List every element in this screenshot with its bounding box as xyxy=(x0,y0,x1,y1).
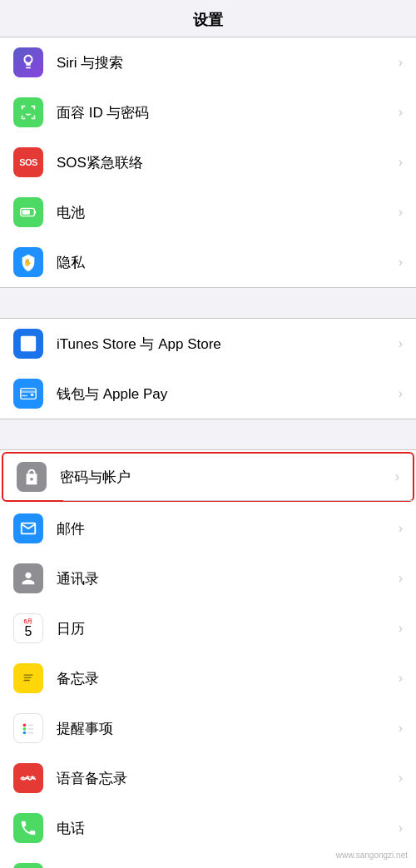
battery-label: 电池 xyxy=(57,203,392,222)
chevron-icon: › xyxy=(399,255,403,270)
svg-point-13 xyxy=(23,727,27,731)
sos-icon: SOS xyxy=(13,147,43,177)
settings-item-privacy[interactable]: ✋ 隐私 › xyxy=(0,237,416,287)
contacts-icon xyxy=(13,563,43,593)
settings-item-reminders[interactable]: 提醒事项 › xyxy=(0,703,416,753)
settings-item-siri[interactable]: Siri 与搜索 › xyxy=(0,37,416,87)
calendar-label: 日历 xyxy=(57,619,392,638)
section-gap-2 xyxy=(0,419,416,449)
chevron-icon: › xyxy=(399,821,403,836)
phone-label: 电话 xyxy=(57,819,392,838)
page-title: 设置 xyxy=(193,12,223,28)
privacy-icon: ✋ xyxy=(13,247,43,277)
wallet-icon xyxy=(13,379,43,409)
notes-icon xyxy=(13,663,43,693)
calendar-icon: 6月 5 xyxy=(13,613,43,643)
settings-item-phone[interactable]: 电话 › xyxy=(0,803,416,853)
chevron-icon: › xyxy=(399,521,403,536)
chevron-icon: › xyxy=(399,571,403,586)
chevron-icon: › xyxy=(399,55,403,70)
mail-label: 邮件 xyxy=(57,519,392,538)
settings-item-itunes[interactable]: iTunes Store 与 App Store › xyxy=(0,319,416,369)
contacts-label: 通讯录 xyxy=(57,569,392,588)
settings-item-battery[interactable]: 电池 › xyxy=(0,187,416,237)
chevron-icon: › xyxy=(399,771,403,786)
reminders-label: 提醒事项 xyxy=(57,719,392,738)
wallet-label: 钱包与 Apple Pay xyxy=(57,384,392,404)
svg-rect-6 xyxy=(31,394,34,396)
siri-icon xyxy=(13,47,43,77)
chevron-icon: › xyxy=(399,336,403,351)
messages-icon xyxy=(13,863,43,868)
svg-rect-16 xyxy=(27,728,33,730)
mail-icon xyxy=(13,513,43,543)
settings-item-contacts[interactable]: 通讯录 › xyxy=(0,553,416,603)
svg-point-14 xyxy=(23,732,27,735)
svg-rect-2 xyxy=(22,210,30,215)
settings-item-sos[interactable]: SOS SOS紧急联络 › xyxy=(0,137,416,187)
svg-rect-15 xyxy=(27,724,33,726)
section-1: Siri 与搜索 › 面容 ID 与密码 › SOS SOS紧急联络 › 电池 … xyxy=(0,37,416,288)
section-3: 密码与帐户 › 邮件 › 通讯录 › 6月 5 日历 › xyxy=(0,449,416,868)
settings-item-wallet[interactable]: 钱包与 Apple Pay › xyxy=(0,369,416,419)
chevron-icon: › xyxy=(399,621,403,636)
itunes-icon xyxy=(13,329,43,359)
svg-text:✋: ✋ xyxy=(23,258,32,267)
svg-rect-4 xyxy=(21,389,36,399)
privacy-label: 隐私 xyxy=(57,253,392,272)
svg-rect-5 xyxy=(21,390,36,393)
passwords-label: 密码与帐户 xyxy=(60,468,389,487)
faceid-icon xyxy=(13,97,43,127)
svg-rect-17 xyxy=(27,732,33,734)
settings-item-voice-memos[interactable]: 语音备忘录 › xyxy=(0,753,416,803)
reminders-icon xyxy=(13,713,43,743)
passwords-icon xyxy=(17,462,47,492)
chevron-icon: › xyxy=(399,671,403,686)
voice-memos-icon xyxy=(13,763,43,793)
chevron-icon: › xyxy=(395,469,399,484)
svg-rect-1 xyxy=(34,211,36,214)
chevron-icon: › xyxy=(399,105,403,120)
section-2: iTunes Store 与 App Store › 钱包与 Apple Pay… xyxy=(0,318,416,419)
itunes-label: iTunes Store 与 App Store xyxy=(57,335,392,354)
settings-item-calendar[interactable]: 6月 5 日历 › xyxy=(0,603,416,653)
settings-item-notes[interactable]: 备忘录 › xyxy=(0,653,416,703)
phone-icon xyxy=(13,813,43,843)
svg-rect-11 xyxy=(24,680,30,681)
chevron-icon: › xyxy=(399,155,403,170)
svg-point-12 xyxy=(23,724,27,727)
section-gap-1 xyxy=(0,288,416,318)
siri-label: Siri 与搜索 xyxy=(57,53,392,72)
faceid-label: 面容 ID 与密码 xyxy=(57,103,392,122)
settings-item-passwords[interactable]: 密码与帐户 › xyxy=(2,452,414,502)
chevron-icon: › xyxy=(399,205,403,220)
settings-item-mail[interactable]: 邮件 › xyxy=(0,503,416,553)
chevron-icon: › xyxy=(399,386,403,401)
chevron-icon: › xyxy=(399,721,403,736)
svg-rect-9 xyxy=(24,674,33,675)
svg-rect-7 xyxy=(22,395,27,396)
voice-memos-label: 语音备忘录 xyxy=(57,769,392,788)
svg-rect-10 xyxy=(24,677,32,678)
notes-label: 备忘录 xyxy=(57,669,392,688)
watermark: www.sangongzi.net xyxy=(336,851,408,860)
battery-icon xyxy=(13,197,43,227)
nav-bar: 设置 xyxy=(0,0,416,37)
settings-item-faceid[interactable]: 面容 ID 与密码 › xyxy=(0,87,416,137)
sos-label: SOS紧急联络 xyxy=(57,153,392,172)
